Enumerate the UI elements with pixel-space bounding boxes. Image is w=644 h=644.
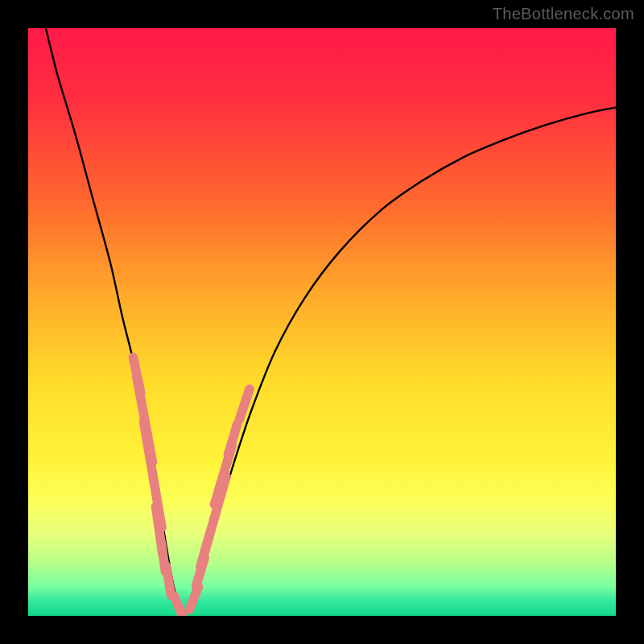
plot-area: [28, 28, 616, 616]
data-point-marker: [233, 383, 255, 425]
bottleneck-curve: [46, 28, 616, 612]
data-point-markers: [127, 352, 255, 616]
watermark-text: TheBottleneck.com: [493, 5, 634, 23]
data-point-marker: [222, 419, 243, 461]
data-point-marker: [195, 471, 232, 573]
curve-layer: [28, 28, 616, 616]
chart-container: TheBottleneck.com: [0, 0, 644, 644]
